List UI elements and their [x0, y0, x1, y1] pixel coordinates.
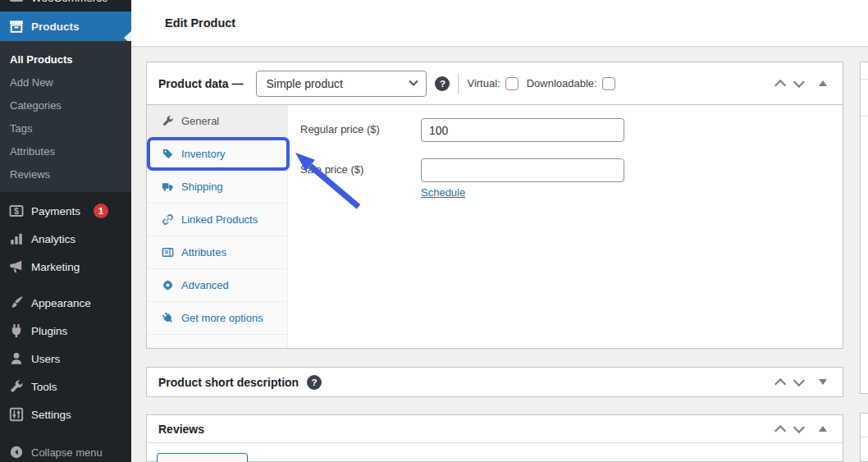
product-data-title: Product data —: [158, 77, 243, 90]
tab-label: Advanced: [181, 279, 229, 291]
virtual-checkbox[interactable]: [505, 77, 519, 90]
admin-sidebar: WooCommerce Products All Products Add Ne…: [0, 0, 131, 462]
sidebar-item-collapse-menu[interactable]: Collapse menu: [0, 438, 131, 462]
sidebar-item-tags[interactable]: Tags: [0, 117, 131, 140]
sidebar-item-analytics[interactable]: Analytics: [0, 225, 131, 253]
link-icon: [162, 213, 174, 226]
sidebar-item-users[interactable]: Users: [0, 345, 131, 373]
tab-shipping[interactable]: Shipping: [147, 171, 287, 204]
sidebar-item-label: Products: [31, 21, 80, 33]
content-topbar: Edit Product: [131, 0, 868, 47]
sidebar-item-settings[interactable]: Settings: [0, 400, 131, 428]
help-icon[interactable]: ?: [435, 76, 450, 91]
virtual-checkbox-label: Virtual:: [467, 77, 518, 90]
sidebar-item-add-new[interactable]: Add New: [0, 71, 131, 94]
sidebar-item-all-products[interactable]: All Products: [0, 48, 131, 71]
collapse-icon: [9, 445, 24, 460]
downloadable-checkbox[interactable]: [602, 77, 615, 90]
product-type-selected-value: Simple product: [266, 77, 342, 90]
sidebar-item-reviews[interactable]: Reviews: [0, 163, 131, 186]
tab-general[interactable]: General: [147, 105, 287, 138]
sidebar-item-label: Analytics: [31, 233, 75, 245]
side-column-panel: [860, 62, 868, 394]
plugins-icon: [9, 323, 24, 338]
payments-icon: $: [9, 204, 24, 218]
sidebar-item-attributes[interactable]: Attributes: [0, 140, 131, 163]
sidebar-item-label: WooCommerce: [31, 0, 108, 4]
products-icon: [9, 19, 24, 34]
short-description-panel: Product short description ?: [146, 367, 843, 397]
sale-price-label: Sale price ($): [300, 163, 363, 176]
toggle-panel-icon[interactable]: [819, 80, 827, 86]
sidebar-item-plugins[interactable]: Plugins: [0, 317, 131, 345]
toggle-panel-icon[interactable]: [819, 379, 827, 385]
tab-label: Linked Products: [181, 213, 258, 226]
tab-get-more-options[interactable]: Get more options: [147, 302, 287, 335]
sidebar-item-label: Tools: [31, 381, 57, 393]
tab-inventory[interactable]: Inventory: [147, 138, 287, 171]
product-data-panel: Product data — Simple product ? Virtual:…: [146, 62, 843, 349]
regular-price-label: Regular price ($): [300, 123, 380, 135]
short-description-title: Product short description: [158, 376, 299, 389]
divider: [458, 73, 459, 94]
move-down-icon[interactable]: [793, 75, 805, 87]
reviews-panel: Reviews Add Comment: [146, 414, 843, 462]
product-data-body: General Inventory Shipping: [147, 105, 843, 348]
tab-advanced[interactable]: Advanced: [147, 269, 287, 302]
product-type-select[interactable]: Simple product: [256, 71, 427, 97]
schedule-link[interactable]: Schedule: [421, 186, 465, 199]
analytics-icon: [9, 231, 24, 246]
tab-label: General: [181, 115, 219, 127]
sidebar-item-label: Settings: [31, 409, 71, 421]
side-column-panel: [860, 413, 868, 462]
sidebar-item-payments[interactable]: $ Payments 1: [0, 197, 131, 225]
tab-label: Shipping: [181, 181, 223, 193]
general-tab-panel: Regular price ($) Sale price ($) Schedul…: [288, 105, 843, 348]
sidebar-item-appearance[interactable]: Appearance: [0, 289, 131, 317]
move-down-icon[interactable]: [793, 421, 805, 432]
tab-label: Attributes: [181, 246, 226, 258]
products-submenu: All Products Add New Categories Tags Att…: [0, 41, 131, 192]
users-icon: [9, 351, 24, 366]
plug-icon: [162, 312, 174, 324]
marketing-icon: [9, 259, 24, 274]
sidebar-item-label: Plugins: [31, 325, 67, 337]
wrench-icon: [162, 115, 174, 127]
downloadable-checkbox-label: Downloadable:: [527, 77, 615, 90]
add-comment-button[interactable]: Add Comment: [157, 453, 248, 462]
metabox-controls: [774, 80, 831, 88]
chevron-down-icon: [409, 76, 418, 85]
tab-attributes[interactable]: Attributes: [147, 236, 287, 269]
tab-label: Get more options: [181, 312, 263, 324]
reviews-title: Reviews: [158, 423, 204, 436]
move-up-icon[interactable]: [774, 425, 786, 437]
tab-linked-products[interactable]: Linked Products: [147, 204, 287, 236]
move-up-icon[interactable]: [774, 378, 786, 390]
gear-icon: [162, 279, 174, 291]
sidebar-item-categories[interactable]: Categories: [0, 94, 131, 117]
sidebar-item-products[interactable]: Products: [0, 11, 131, 41]
sidebar-item-label: Users: [31, 353, 60, 365]
sidebar-item-woocommerce[interactable]: WooCommerce: [0, 0, 131, 12]
appearance-icon: [9, 295, 24, 310]
sidebar-item-label: Payments: [31, 205, 80, 217]
metabox-controls: [774, 425, 831, 433]
sidebar-item-tools[interactable]: Tools: [0, 373, 131, 400]
reviews-header: Reviews: [147, 415, 843, 443]
sidebar-item-label: Collapse menu: [31, 446, 103, 459]
help-icon[interactable]: ?: [307, 375, 322, 390]
sale-price-input[interactable]: [421, 158, 624, 182]
settings-icon: [9, 407, 24, 422]
svg-text:$: $: [14, 206, 19, 216]
downloadable-label: Downloadable:: [527, 77, 597, 89]
woocommerce-admin-screen: WooCommerce Products All Products Add Ne…: [0, 0, 868, 462]
sidebar-item-label: Marketing: [31, 261, 80, 273]
sidebar-item-marketing[interactable]: Marketing: [0, 253, 131, 281]
move-up-icon[interactable]: [774, 80, 786, 91]
regular-price-input[interactable]: [421, 118, 624, 142]
woocommerce-icon: [9, 0, 24, 5]
virtual-label: Virtual:: [467, 77, 500, 89]
metabox-controls: [774, 378, 831, 387]
toggle-panel-icon[interactable]: [819, 426, 827, 432]
move-down-icon[interactable]: [793, 374, 805, 386]
